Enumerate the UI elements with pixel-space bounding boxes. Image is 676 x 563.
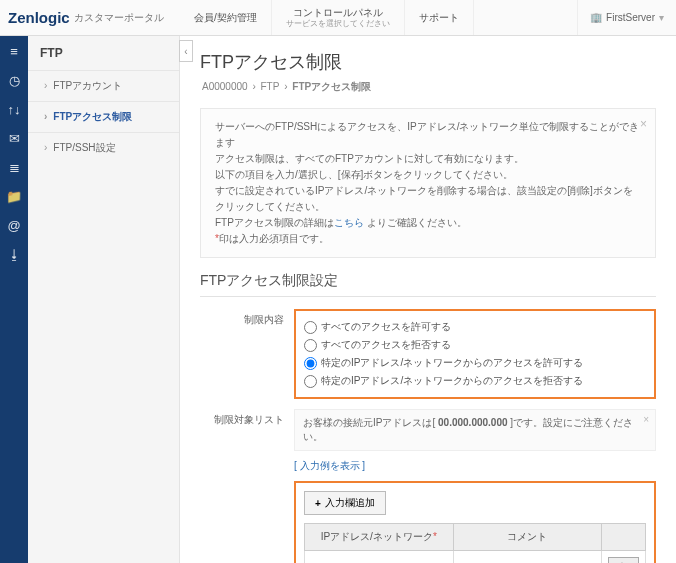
option-deny-all[interactable]: すべてのアクセスを拒否する bbox=[304, 337, 646, 353]
restrict-label: 制限内容 bbox=[200, 309, 284, 327]
option-deny-specific[interactable]: 特定のIPアドレス/ネットワークからのアクセスを拒否する bbox=[304, 373, 646, 389]
top-nav: 会員/契約管理 コントロールパネル サービスを選択してください サポート bbox=[180, 0, 577, 35]
breadcrumb-item: FTPアクセス制限 bbox=[292, 81, 371, 92]
transfer-icon[interactable]: ↑↓ bbox=[8, 102, 21, 117]
nav-sublabel: サービスを選択してください bbox=[286, 19, 390, 29]
logo-subtitle: カスタマーポータル bbox=[74, 11, 164, 25]
sidebar-item-ftp-access[interactable]: FTPアクセス制限 bbox=[28, 101, 179, 132]
notice-detail: FTPアクセス制限の詳細はこちら よりご確認ください。 bbox=[215, 215, 641, 231]
close-icon[interactable]: × bbox=[640, 115, 647, 134]
building-icon: 🏢 bbox=[590, 12, 602, 23]
notice-line: 以下の項目を入力/選択し、[保存]ボタンをクリックしてください。 bbox=[215, 167, 641, 183]
download-icon[interactable]: ⭳ bbox=[8, 247, 21, 262]
icon-rail: ≡ ◷ ↑↓ ✉ ≣ 📁 @ ⭳ bbox=[0, 36, 28, 563]
section-title: FTPアクセス制限設定 bbox=[200, 272, 656, 297]
nav-members[interactable]: 会員/契約管理 bbox=[180, 0, 272, 35]
notice-box: × サーバーへのFTP/SSHによるアクセスを、IPアドレス/ネットワーク単位で… bbox=[200, 108, 656, 258]
page-title: FTPアクセス制限 bbox=[200, 50, 656, 74]
radio-allow-all[interactable] bbox=[304, 321, 317, 334]
folder-icon[interactable]: 📁 bbox=[6, 189, 22, 204]
radio-deny-specific[interactable] bbox=[304, 375, 317, 388]
col-comment: コメント bbox=[453, 524, 602, 551]
detail-link[interactable]: こちら bbox=[334, 217, 364, 228]
sidebar: FTP FTPアカウント FTPアクセス制限 FTP/SSH設定 bbox=[28, 36, 180, 563]
logo[interactable]: Zenlogic カスタマーポータル bbox=[0, 0, 180, 35]
notice-required: *印は入力必須項目です。 bbox=[215, 231, 641, 247]
ip-list-box: +入力欄追加 IPアドレス/ネットワーク* コメント bbox=[294, 481, 656, 563]
restrict-options-box: すべてのアクセスを許可する すべてのアクセスを拒否する 特定のIPアドレス/ネッ… bbox=[294, 309, 656, 399]
client-ip: 00.000.000.000 bbox=[438, 417, 508, 428]
client-ip-alert: お客様の接続元IPアドレスは[ 00.000.000.000 ]です。設定にご注… bbox=[294, 409, 656, 451]
nav-label: 会員/契約管理 bbox=[194, 12, 257, 24]
plus-icon: + bbox=[315, 498, 321, 509]
add-row-button[interactable]: +入力欄追加 bbox=[304, 491, 386, 515]
top-bar: Zenlogic カスタマーポータル 会員/契約管理 コントロールパネル サービ… bbox=[0, 0, 676, 36]
delete-button[interactable]: 削除 bbox=[608, 557, 639, 563]
sidebar-item-ftp-ssh[interactable]: FTP/SSH設定 bbox=[28, 132, 179, 163]
user-name: FirstServer bbox=[606, 12, 655, 23]
close-icon[interactable]: × bbox=[643, 414, 649, 425]
mail-icon[interactable]: ✉ bbox=[9, 131, 20, 146]
at-icon[interactable]: @ bbox=[7, 218, 20, 233]
nav-support[interactable]: サポート bbox=[405, 0, 474, 35]
logo-text: Zenlogic bbox=[8, 9, 70, 26]
notice-line: サーバーへのFTP/SSHによるアクセスを、IPアドレス/ネットワーク単位で制限… bbox=[215, 119, 641, 151]
notice-line: アクセス制限は、すべてのFTPアカウントに対して有効になります。 bbox=[215, 151, 641, 167]
list-label: 制限対象リスト bbox=[200, 409, 284, 427]
breadcrumb-item[interactable]: A0000000 bbox=[202, 81, 248, 92]
notice-line: すでに設定されているIPアドレス/ネットワークを削除する場合は、該当設定の[削除… bbox=[215, 183, 641, 215]
sidebar-item-ftp-account[interactable]: FTPアカウント bbox=[28, 70, 179, 101]
breadcrumb-item[interactable]: FTP bbox=[261, 81, 280, 92]
radio-deny-all[interactable] bbox=[304, 339, 317, 352]
sidebar-title: FTP bbox=[28, 36, 179, 70]
globe-icon[interactable]: ◷ bbox=[9, 73, 20, 88]
chevron-down-icon: ▾ bbox=[659, 12, 664, 23]
nav-label: コントロールパネル bbox=[286, 7, 390, 19]
database-icon[interactable]: ≣ bbox=[9, 160, 20, 175]
ip-table: IPアドレス/ネットワーク* コメント 削除 bbox=[304, 523, 646, 563]
example-link[interactable]: [ 入力例を表示 ] bbox=[294, 459, 365, 473]
user-menu[interactable]: 🏢 FirstServer ▾ bbox=[577, 0, 676, 35]
sidebar-collapse-button[interactable]: ‹ bbox=[179, 40, 193, 62]
radio-allow-specific[interactable] bbox=[304, 357, 317, 370]
breadcrumb: A0000000 › FTP › FTPアクセス制限 bbox=[200, 80, 656, 94]
nav-control-panel[interactable]: コントロールパネル サービスを選択してください bbox=[272, 0, 405, 35]
nav-label: サポート bbox=[419, 12, 459, 24]
option-allow-all[interactable]: すべてのアクセスを許可する bbox=[304, 319, 646, 335]
content-area: ‹ FTPアクセス制限 A0000000 › FTP › FTPアクセス制限 ×… bbox=[180, 36, 676, 563]
option-allow-specific[interactable]: 特定のIPアドレス/ネットワークからのアクセスを許可する bbox=[304, 355, 646, 371]
col-ip: IPアドレス/ネットワーク* bbox=[305, 524, 454, 551]
table-row: 削除 bbox=[305, 551, 646, 564]
dashboard-icon[interactable]: ≡ bbox=[10, 44, 18, 59]
